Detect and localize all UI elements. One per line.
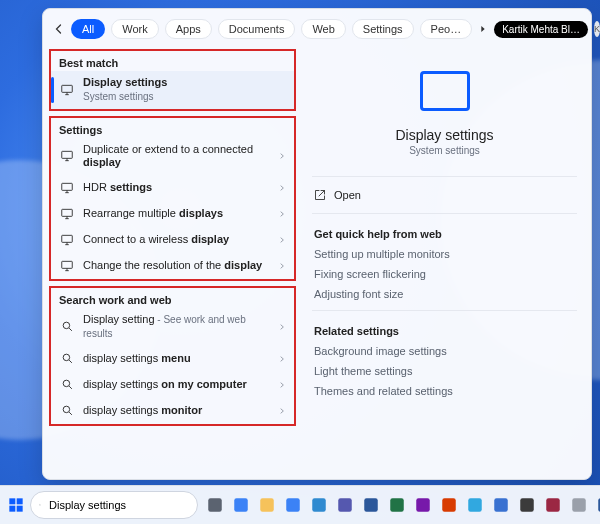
svg-rect-5: [62, 261, 73, 268]
taskbar-app-camera[interactable]: [542, 494, 564, 516]
settings-result-3[interactable]: Connect to a wireless display: [51, 227, 294, 253]
taskbar-app-teams[interactable]: [334, 494, 356, 516]
web-result-0[interactable]: Display setting - See work and web resul…: [51, 308, 294, 346]
monitor-icon: [59, 82, 75, 98]
web-result-1[interactable]: display settings menu: [51, 346, 294, 372]
taskbar-app-mail[interactable]: [308, 494, 330, 516]
filter-tab-documents[interactable]: Documents: [218, 19, 296, 39]
user-chip[interactable]: Kartik Mehta Bl…: [494, 21, 588, 38]
group-best-match: Best match Display settings System setti…: [49, 49, 296, 111]
taskbar-app-store[interactable]: [282, 494, 304, 516]
taskbar-app-app-c[interactable]: [568, 494, 590, 516]
result-display-settings[interactable]: Display settings System settings: [51, 71, 294, 109]
filter-tab-all[interactable]: All: [71, 19, 105, 39]
svg-rect-27: [520, 498, 534, 512]
search-icon: [59, 319, 75, 335]
svg-rect-23: [416, 498, 430, 512]
chevron-right-icon: [278, 323, 286, 331]
quick-help-link-1[interactable]: Fixing screen flickering: [312, 264, 577, 284]
svg-rect-17: [260, 498, 274, 512]
filter-tabs: AllWorkAppsDocumentsWebSettingsPeo… Kart…: [43, 9, 591, 49]
tabs-more-icon[interactable]: [478, 24, 488, 34]
taskbar-app-onenote[interactable]: [412, 494, 434, 516]
settings-header: Settings: [51, 118, 294, 138]
taskbar-app-word[interactable]: [360, 494, 382, 516]
taskbar-app-widgets[interactable]: [230, 494, 252, 516]
svg-point-6: [63, 322, 69, 329]
settings-result-1[interactable]: HDR settings: [51, 175, 294, 201]
result-text: HDR settings: [83, 181, 270, 195]
settings-result-2[interactable]: Rearrange multiple displays: [51, 201, 294, 227]
quick-help-link-2[interactable]: Adjusting font size: [312, 284, 577, 304]
taskbar-app-todo[interactable]: [490, 494, 512, 516]
start-button[interactable]: [8, 495, 24, 515]
taskbar-search[interactable]: [30, 491, 198, 519]
svg-rect-28: [546, 498, 560, 512]
taskbar-app-explorer[interactable]: [256, 494, 278, 516]
result-text: display settings on my computer: [83, 378, 270, 392]
filter-tab-web[interactable]: Web: [301, 19, 345, 39]
taskbar-app-app-b[interactable]: [516, 494, 538, 516]
monitor-icon: [59, 258, 75, 274]
web-result-2[interactable]: display settings on my computer: [51, 372, 294, 398]
taskbar: [0, 485, 600, 524]
related-link-2[interactable]: Themes and related settings: [312, 381, 577, 401]
filter-tab-peo…[interactable]: Peo…: [420, 19, 473, 39]
taskbar-app-app-d[interactable]: [594, 494, 600, 516]
svg-point-8: [63, 380, 69, 387]
web-header: Search work and web: [51, 288, 294, 308]
user-avatar[interactable]: K: [594, 21, 600, 37]
svg-point-14: [39, 504, 40, 505]
svg-rect-15: [208, 498, 222, 512]
taskbar-app-excel[interactable]: [386, 494, 408, 516]
monitor-icon: [59, 206, 75, 222]
preview-pane: Display settings System settings Open Ge…: [298, 49, 591, 479]
svg-rect-11: [17, 498, 23, 504]
related-link-1[interactable]: Light theme settings: [312, 361, 577, 381]
preview-title: Display settings: [395, 127, 493, 143]
quick-help-link-0[interactable]: Setting up multiple monitors: [312, 244, 577, 264]
taskbar-app-edge[interactable]: [464, 494, 486, 516]
preview-subtitle: System settings: [409, 145, 480, 156]
web-result-3[interactable]: display settings monitor: [51, 398, 294, 424]
svg-rect-29: [572, 498, 586, 512]
svg-rect-25: [468, 498, 482, 512]
related-link-0[interactable]: Background image settings: [312, 341, 577, 361]
open-action[interactable]: Open: [312, 183, 577, 207]
result-text: Change the resolution of the display: [83, 259, 270, 273]
chevron-right-icon: [278, 152, 286, 160]
group-settings: Settings Duplicate or extend to a connec…: [49, 116, 296, 282]
quick-help-header: Get quick help from web: [312, 220, 577, 244]
filter-tab-work[interactable]: Work: [111, 19, 158, 39]
taskbar-search-input[interactable]: [47, 498, 189, 512]
result-text: display settings monitor: [83, 404, 270, 418]
chevron-right-icon: [278, 184, 286, 192]
taskbar-app-task-view[interactable]: [204, 494, 226, 516]
chevron-right-icon: [278, 210, 286, 218]
monitor-icon: [59, 148, 75, 164]
svg-rect-26: [494, 498, 508, 512]
related-header: Related settings: [312, 317, 577, 341]
svg-rect-13: [17, 506, 23, 512]
svg-rect-19: [312, 498, 326, 512]
filter-tab-apps[interactable]: Apps: [165, 19, 212, 39]
result-text: Display settings System settings: [83, 76, 286, 104]
chevron-right-icon: [278, 381, 286, 389]
filter-tab-settings[interactable]: Settings: [352, 19, 414, 39]
taskbar-app-snip[interactable]: [438, 494, 460, 516]
svg-rect-2: [62, 183, 73, 190]
search-icon: [39, 499, 41, 511]
back-button[interactable]: [53, 21, 65, 37]
group-web: Search work and web Display setting - Se…: [49, 286, 296, 426]
search-icon: [59, 351, 75, 367]
chevron-right-icon: [278, 236, 286, 244]
svg-rect-4: [62, 235, 73, 242]
settings-result-0[interactable]: Duplicate or extend to a connected displ…: [51, 138, 294, 176]
svg-rect-24: [442, 498, 456, 512]
settings-result-4[interactable]: Change the resolution of the display: [51, 253, 294, 279]
chevron-right-icon: [278, 262, 286, 270]
svg-rect-12: [9, 506, 15, 512]
chevron-right-icon: [278, 407, 286, 415]
svg-point-9: [63, 406, 69, 413]
svg-rect-0: [62, 85, 73, 92]
